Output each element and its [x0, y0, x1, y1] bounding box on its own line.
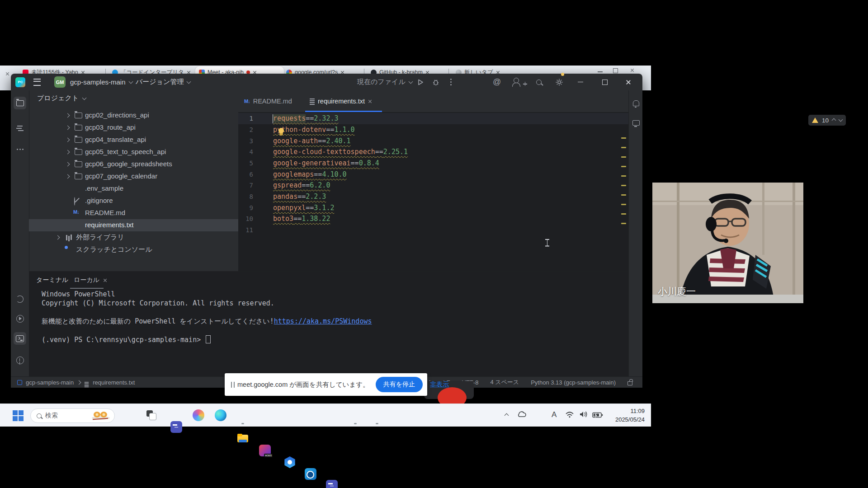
tree-item[interactable]: gcp02_directions_api	[29, 109, 238, 122]
code-line[interactable]: 8 pandas==2.2.3	[238, 191, 628, 202]
code-with-me-icon[interactable]	[514, 74, 519, 90]
outlook-icon[interactable]	[305, 468, 316, 480]
m365-icon[interactable]: M365	[259, 445, 271, 456]
run-toolwindow-icon[interactable]	[14, 312, 26, 325]
battery-icon[interactable]	[592, 412, 603, 420]
chevron-right-icon[interactable]	[66, 174, 70, 179]
code-line[interactable]: 10 boto3==1.38.22	[238, 213, 628, 225]
hide-banner-link[interactable]: 非表示	[430, 380, 449, 389]
warning-mark[interactable]	[621, 223, 626, 224]
project-widget-icon[interactable]	[17, 380, 22, 385]
problems-toolwindow-icon[interactable]	[14, 354, 26, 366]
debug-icon[interactable]	[432, 74, 439, 90]
project-panel-header[interactable]: プロジェクト	[37, 94, 86, 103]
teams-work-icon[interactable]	[326, 480, 338, 488]
ime-mode-icon[interactable]: A	[552, 410, 557, 419]
terminal-toolwindow-icon[interactable]	[14, 332, 26, 345]
code-line[interactable]: 5 google-generativeai==0.8.4	[238, 158, 628, 169]
project-name-menu[interactable]: gcp-samples-main	[70, 74, 132, 90]
notifications-bell-icon[interactable]	[630, 97, 642, 109]
tree-item[interactable]: スクラッチとコンソール	[29, 244, 238, 256]
powershell-link[interactable]: https://aka.ms/PSWindows	[274, 317, 372, 325]
close-tab-icon[interactable]	[368, 99, 372, 103]
structure-toolwindow-icon[interactable]	[14, 122, 26, 135]
taskbar-search[interactable]: 検索	[30, 408, 115, 423]
code-line[interactable]: 4 google-cloud-texttospeech==2.25.1	[238, 146, 628, 158]
chevron-right-icon[interactable]	[66, 150, 70, 155]
window-maximize-icon[interactable]	[602, 74, 608, 90]
warning-mark[interactable]	[621, 204, 626, 205]
lock-icon[interactable]	[627, 381, 632, 385]
more-actions-icon[interactable]	[450, 74, 452, 90]
warning-mark[interactable]	[621, 137, 626, 139]
code-line[interactable]: 6 googlemaps==4.10.0	[238, 169, 628, 180]
more-toolwindows-icon[interactable]	[14, 143, 26, 155]
taskbar-clock[interactable]: 11:09 2025/05/24	[615, 407, 645, 424]
task-view-button[interactable]	[146, 410, 156, 420]
chevron-right-icon[interactable]	[66, 138, 70, 142]
warning-mark[interactable]	[621, 156, 626, 158]
search-highlight-image[interactable]	[92, 411, 110, 421]
tree-item[interactable]: gcp03_route_api	[29, 122, 238, 134]
terminal-tool-tab[interactable]: ターミナル	[36, 276, 68, 284]
tree-item[interactable]: 外部ライブラリ	[29, 231, 238, 244]
tree-item[interactable]: gcp05_text_to_speech_api	[29, 146, 238, 158]
onedrive-cloud-icon[interactable]	[517, 411, 527, 420]
terminal-session-tab[interactable]: ローカル	[74, 276, 107, 284]
tab-requirements[interactable]: requirements.txt	[310, 90, 372, 112]
code-line[interactable]: 2 python-dotenv==1.1.0	[238, 124, 628, 136]
window-close-icon[interactable]	[626, 74, 631, 90]
chevron-right-icon[interactable]	[56, 235, 60, 240]
screen-share-icon[interactable]	[630, 117, 642, 129]
tree-item[interactable]: gcp04_translate_api	[29, 134, 238, 146]
terminal-prompt[interactable]: (.venv) PS C:\rennsyu\gcp-samples-main>	[42, 335, 211, 344]
code-line[interactable]: 3 google-auth==2.40.1	[238, 136, 628, 147]
main-menu-icon[interactable]	[33, 74, 41, 90]
warning-mark[interactable]	[621, 166, 626, 167]
warning-mark[interactable]	[621, 175, 626, 177]
tree-item[interactable]: M↓ README.md	[29, 207, 238, 219]
prev-problem-icon[interactable]	[832, 118, 836, 122]
code-line[interactable]: 1 requests==2.32.3	[238, 113, 628, 124]
close-tab-icon[interactable]	[5, 72, 9, 76]
start-button[interactable]	[13, 410, 24, 421]
tree-item[interactable]: gcp07_google_calendar	[29, 170, 238, 183]
chevron-right-icon[interactable]	[66, 162, 70, 167]
indent-style[interactable]: 4 スペース	[490, 378, 519, 386]
warning-mark[interactable]	[621, 147, 626, 148]
stop-sharing-button[interactable]: 共有を停止	[376, 377, 423, 392]
copilot-icon[interactable]	[193, 409, 204, 421]
breadcrumb-project[interactable]: gcp-samples-main	[26, 379, 74, 386]
search-everywhere-icon[interactable]	[536, 74, 542, 90]
tab-readme[interactable]: M↓ README.md	[244, 90, 292, 112]
warning-mark[interactable]	[621, 185, 626, 186]
next-problem-icon[interactable]	[839, 117, 843, 122]
intention-bulb-icon[interactable]	[278, 128, 284, 133]
project-chip[interactable]: GM	[54, 74, 66, 90]
warning-mark[interactable]	[621, 213, 626, 215]
inspections-widget[interactable]: 10	[808, 115, 846, 126]
ai-assistant-icon[interactable]: @	[493, 74, 501, 90]
tray-expand-icon[interactable]	[505, 413, 509, 418]
python-interpreter[interactable]: Python 3.13 (gcp-samples-main)	[531, 379, 616, 386]
tree-item[interactable]: .env_sample	[29, 183, 238, 195]
warning-mark[interactable]	[621, 194, 626, 196]
defender-icon[interactable]	[284, 456, 296, 468]
browser-close-icon[interactable]	[630, 68, 635, 73]
browser-minimize-icon[interactable]	[598, 71, 603, 72]
browser-maximize-icon[interactable]	[613, 68, 618, 73]
code-line[interactable]: 9 openpyxl==3.1.2	[238, 202, 628, 214]
tree-item[interactable]: gcp06_google_spreadsheets	[29, 158, 238, 170]
window-minimize-icon[interactable]	[578, 74, 583, 90]
chevron-right-icon[interactable]	[66, 113, 70, 118]
file-explorer-icon[interactable]	[237, 433, 249, 445]
code-line[interactable]: 7 gspread==6.2.0	[238, 180, 628, 191]
volume-icon[interactable]	[579, 411, 588, 420]
project-toolwindow-icon[interactable]	[14, 97, 26, 109]
teams-icon[interactable]	[170, 421, 182, 433]
edge-icon[interactable]	[215, 409, 226, 421]
run-config-menu[interactable]: 現在のファイル	[357, 74, 412, 90]
code-line[interactable]: 11	[238, 225, 628, 236]
breadcrumb-file[interactable]: requirements.txt	[93, 379, 135, 386]
assistant-toolwindow-icon[interactable]	[14, 293, 26, 305]
